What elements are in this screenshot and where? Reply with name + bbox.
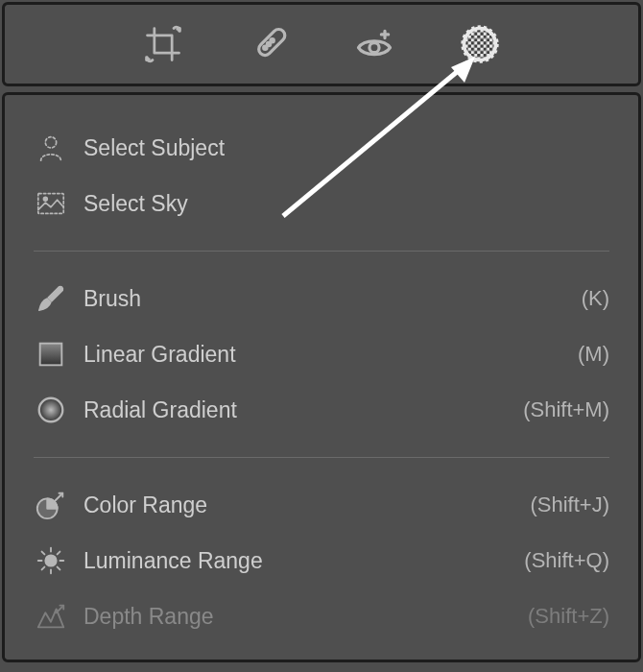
depth-icon <box>34 599 68 634</box>
svg-point-12 <box>43 197 47 201</box>
menu-item-color-range[interactable]: Color Range (Shift+J) <box>34 477 609 533</box>
heal-tool-icon[interactable] <box>245 20 293 68</box>
menu-label: Select Subject <box>83 135 609 161</box>
menu-item-depth-range: Depth Range (Shift+Z) <box>34 588 609 644</box>
masking-menu-panel: Select Subject Select Sky Brush <box>2 92 641 662</box>
person-icon <box>34 131 68 165</box>
menu-item-luminance-range[interactable]: Luminance Range (Shift+Q) <box>34 533 609 588</box>
menu-label: Color Range <box>83 492 530 518</box>
shortcut: (Shift+M) <box>523 397 609 422</box>
shortcut: (M) <box>578 342 609 367</box>
menu-item-select-sky[interactable]: Select Sky <box>34 176 609 231</box>
svg-point-2 <box>271 39 274 42</box>
svg-point-10 <box>45 137 56 148</box>
menu-label: Depth Range <box>83 604 528 630</box>
shortcut: (Shift+Q) <box>524 548 609 573</box>
linear-gradient-icon <box>34 337 68 372</box>
menu-label: Linear Gradient <box>83 342 578 368</box>
svg-point-14 <box>39 398 63 422</box>
menu-label: Luminance Range <box>83 548 524 574</box>
divider <box>34 251 609 252</box>
shortcut: (K) <box>582 286 609 311</box>
menu-item-brush[interactable]: Brush (K) <box>34 271 609 326</box>
svg-point-3 <box>267 42 270 45</box>
svg-point-1 <box>264 46 267 49</box>
redeye-tool-icon[interactable] <box>350 20 398 68</box>
crop-tool-icon[interactable] <box>139 20 187 68</box>
svg-rect-13 <box>40 344 62 366</box>
menu-item-select-subject[interactable]: Select Subject <box>34 120 609 176</box>
menu-label: Select Sky <box>83 191 609 217</box>
radial-gradient-icon <box>34 393 68 427</box>
shortcut: (Shift+J) <box>530 492 609 517</box>
menu-item-radial-gradient[interactable]: Radial Gradient (Shift+M) <box>34 382 609 438</box>
svg-point-16 <box>45 555 56 565</box>
svg-point-9 <box>465 30 493 58</box>
brush-icon <box>34 281 68 316</box>
sky-icon <box>34 186 68 221</box>
menu-item-linear-gradient[interactable]: Linear Gradient (M) <box>34 326 609 382</box>
tool-strip <box>2 2 641 86</box>
masking-tool-icon[interactable] <box>456 20 504 68</box>
luminance-icon <box>34 543 68 578</box>
menu-label: Brush <box>83 286 582 312</box>
svg-point-4 <box>369 43 379 53</box>
divider <box>34 457 609 458</box>
menu-label: Radial Gradient <box>83 397 523 423</box>
color-range-icon <box>34 488 68 522</box>
shortcut: (Shift+Z) <box>528 604 609 629</box>
